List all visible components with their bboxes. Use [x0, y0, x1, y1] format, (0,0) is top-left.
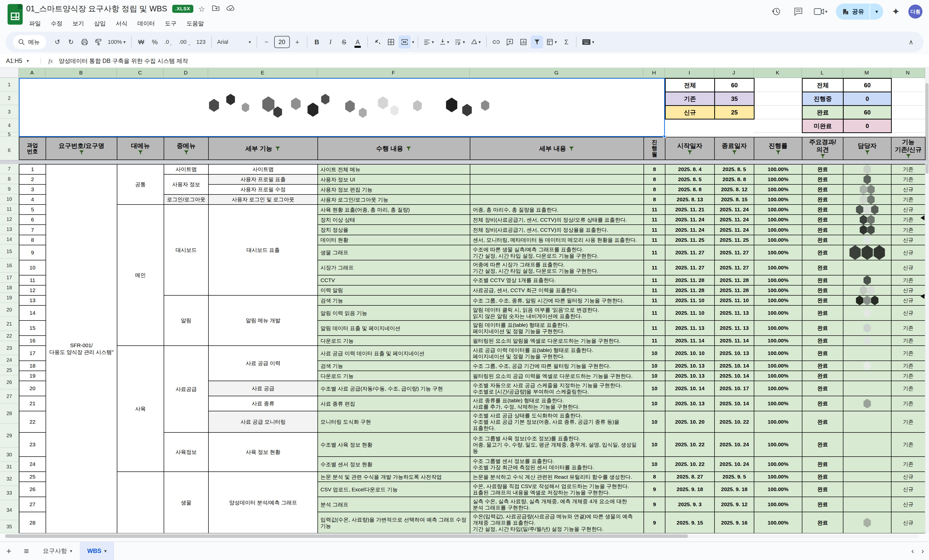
cell-G19[interactable]: 수조 그룹, 수조, 종류, 알림 시간에 따른 필터링 기능을 구현한다.: [470, 295, 644, 305]
bold-button[interactable]: B: [311, 35, 323, 49]
cell-F32[interactable]: CSV 업로드, Excel다운로드 기능: [318, 482, 470, 497]
cell-A7[interactable]: 1: [19, 164, 46, 174]
summary-left-value-1[interactable]: 60: [714, 78, 754, 92]
cell-H18[interactable]: 11: [644, 285, 665, 295]
add-sheet-button[interactable]: +: [0, 542, 18, 560]
functions-button[interactable]: Σ: [560, 35, 572, 49]
cell-I26[interactable]: 2025. 10. 14: [665, 381, 714, 396]
cell-E28[interactable]: 사료 공급 모니터링: [208, 411, 318, 433]
cell-K13[interactable]: 100.00%: [754, 225, 802, 235]
move-folder-icon[interactable]: [212, 5, 220, 13]
cell-I23[interactable]: 2025. 10. 10: [665, 346, 714, 361]
cell-D29[interactable]: 사육정보: [164, 433, 208, 472]
cell-H22[interactable]: 11: [644, 336, 665, 346]
cell-E29[interactable]: 사육 정보 현황: [208, 433, 318, 472]
cell-N25[interactable]: 기존: [891, 371, 925, 381]
cell-G31[interactable]: 논문을 분석하고 수식 계산 관련된 React 유틸리티 함수를 생성한다.: [470, 472, 644, 482]
cell-H7[interactable]: 8: [644, 164, 665, 174]
cell-E9[interactable]: 사용자 프로필 수정: [208, 184, 318, 194]
document-title[interactable]: 01_스마트양식장 요구사항 정립 및 WBS: [26, 3, 167, 14]
cell-L13[interactable]: 완료: [802, 225, 843, 235]
cell-A17[interactable]: 11: [19, 275, 46, 285]
cell-N10[interactable]: 기존: [891, 194, 925, 205]
cell-I17[interactable]: 2025. 11. 28: [665, 275, 714, 285]
cell-L30[interactable]: 완료: [802, 457, 843, 472]
cell-M7[interactable]: [843, 164, 891, 174]
cell-H29[interactable]: 10: [644, 433, 665, 457]
cell-L28[interactable]: 완료: [802, 411, 843, 433]
cell-J9[interactable]: 2025. 8. 12: [714, 184, 754, 194]
column-header-E[interactable]: E: [208, 68, 317, 78]
cell-H21[interactable]: 11: [644, 320, 665, 336]
cell-K17[interactable]: 100.00%: [754, 275, 802, 285]
cell-M17[interactable]: [843, 275, 891, 285]
cell-K15[interactable]: 100.00%: [754, 245, 802, 260]
summary-left-label-2[interactable]: 기존: [665, 92, 715, 106]
filter-button[interactable]: [531, 35, 543, 49]
cell-G28[interactable]: 수조별 사료 공급 상태를 도식화하여 표출한다. 수조별 사료 공급 기본 정…: [470, 411, 644, 433]
cell-F30[interactable]: 수조별 센서 정보 현황: [318, 457, 470, 472]
cell-K10[interactable]: 100.00%: [754, 194, 802, 205]
name-box[interactable]: A1:H5▾: [0, 58, 40, 64]
frozen-rows-divider[interactable]: [0, 160, 929, 164]
insert-comment-button[interactable]: [504, 35, 516, 49]
cell-N8[interactable]: 기존: [891, 174, 925, 184]
selected-range-a1h5[interactable]: [19, 78, 665, 137]
cell-H34[interactable]: 9: [644, 512, 665, 533]
all-sheets-button[interactable]: ≡: [18, 542, 35, 560]
cell-A33[interactable]: 27: [19, 497, 46, 512]
column-header-F[interactable]: F: [317, 68, 470, 78]
prev-sheet-arrow[interactable]: ‹: [911, 547, 914, 555]
row-header-4[interactable]: 4: [0, 119, 19, 132]
font-select[interactable]: Arial▾: [215, 35, 253, 49]
column-header-J[interactable]: J: [714, 68, 754, 78]
next-sheet-arrow[interactable]: ›: [921, 547, 924, 555]
cell-K11[interactable]: 100.00%: [754, 205, 802, 214]
cell-I27[interactable]: 2025. 10. 13: [665, 396, 714, 411]
cell-J11[interactable]: 2025. 11. 24: [714, 205, 754, 214]
cell-H9[interactable]: 8: [644, 184, 665, 194]
cell-N32[interactable]: 신규: [891, 482, 925, 497]
cell-I34[interactable]: 2025. 9. 15: [665, 512, 714, 533]
cell-H8[interactable]: 8: [644, 174, 665, 184]
cell-J10[interactable]: 2025. 8. 15: [714, 194, 754, 205]
cell-A34[interactable]: 28: [19, 512, 46, 533]
cell-M10[interactable]: [843, 194, 891, 205]
cell-G18[interactable]: 사료공급, 센서, CCTV 최근 이력을 표출한다.: [470, 285, 644, 295]
text-color-button[interactable]: A: [352, 35, 364, 49]
table-header-8[interactable]: 진행월: [644, 137, 665, 160]
cell-L18[interactable]: 완료: [802, 285, 843, 295]
cell-H30[interactable]: 10: [644, 457, 665, 472]
cell-K27[interactable]: 100.00%: [754, 396, 802, 411]
cell-H20[interactable]: 11: [644, 305, 665, 320]
row-header-28[interactable]: 28: [0, 404, 19, 424]
cell-L26[interactable]: 완료: [802, 381, 843, 396]
cell-L12[interactable]: 완료: [802, 214, 843, 225]
cell-A12[interactable]: 6: [19, 214, 46, 225]
account-avatar[interactable]: 다훤: [908, 5, 923, 18]
cell-I7[interactable]: 2025. 8. 4: [665, 164, 714, 174]
cell-G24[interactable]: 수조 그룹, 수조, 공급 기간에 따른 필터링 기능을 구현한다.: [470, 361, 644, 371]
cell-I20[interactable]: 2025. 11. 10: [665, 305, 714, 320]
cell-J15[interactable]: 2025. 11. 27: [714, 245, 754, 260]
cell-D7[interactable]: 사이트맵: [164, 164, 208, 174]
paint-format-button[interactable]: [92, 35, 104, 49]
cell-A22[interactable]: 16: [19, 336, 46, 346]
merge-cells-button[interactable]: [399, 35, 411, 49]
cell-L21[interactable]: 완료: [802, 320, 843, 336]
cell-I21[interactable]: 2025. 11. 13: [665, 320, 714, 336]
selection-fill-handle[interactable]: [663, 135, 666, 138]
cell-N29[interactable]: 기존: [891, 433, 925, 457]
cell-I9[interactable]: 2025. 8. 8: [665, 184, 714, 194]
cell-I18[interactable]: 2025. 11. 28: [665, 285, 714, 295]
cell-K25[interactable]: 100.00%: [754, 371, 802, 381]
cell-M24[interactable]: [843, 361, 891, 371]
table-header-1[interactable]: 과업번호: [19, 137, 46, 160]
cell-G15[interactable]: 수조에 따른 생물 실측/예측 그래프를 표출한다. 기간 설정, 시간 타입 …: [470, 245, 644, 260]
cell-G13[interactable]: 전체 장비(사료공급기, 센서, CCTV)의 정상율을 표출한다.: [470, 225, 644, 235]
cell-F22[interactable]: 다운로드 기능: [318, 336, 470, 346]
cell-K7[interactable]: 100.00%: [754, 164, 802, 174]
cell-K14[interactable]: 100.00%: [754, 235, 802, 245]
row-header-15[interactable]: 15: [0, 245, 19, 259]
cell-N11[interactable]: 신규: [891, 205, 925, 214]
